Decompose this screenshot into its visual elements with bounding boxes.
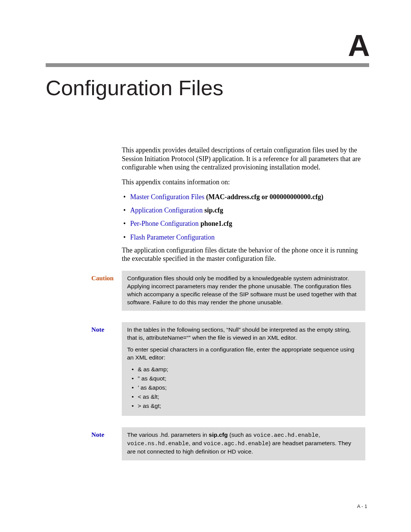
- page-number: A - 1: [357, 503, 367, 509]
- list-item: Flash Parameter Configuration: [130, 233, 365, 242]
- list-item: Application Configuration sip.cfg: [130, 206, 365, 215]
- callout-note-2: Note The various .hd. parameters in sip.…: [91, 427, 365, 460]
- body-column: This appendix provides detailed descript…: [122, 146, 365, 263]
- header-rule: [46, 63, 369, 67]
- note-body: The various .hd. parameters in sip.cfg (…: [122, 427, 365, 460]
- escape-item: < as &lt;: [138, 393, 360, 401]
- callout-note-1: Note In the tables in the following sect…: [91, 322, 365, 415]
- link-suffix: (MAC-address.cfg or 000000000000.cfg): [204, 193, 323, 201]
- link-suffix: sip.cfg: [202, 206, 223, 214]
- note2-mid3: , and: [189, 440, 204, 446]
- escape-item: ” as &quot;: [138, 375, 360, 383]
- note2-pre: The various .hd. parameters in: [127, 431, 209, 438]
- intro-paragraph: This appendix provides detailed descript…: [122, 146, 365, 172]
- note2-bold1: sip.cfg: [209, 431, 228, 438]
- escape-item: ’ as &apos;: [138, 384, 360, 392]
- callout-caution: Caution Configuration files should only …: [91, 271, 365, 311]
- caution-label: Caution: [91, 271, 122, 311]
- page: A Configuration Files This appendix prov…: [0, 0, 411, 532]
- note2-mid1: (such as: [228, 431, 253, 438]
- escape-list: & as &amp; ” as &quot; ’ as &apos; < as …: [127, 366, 360, 410]
- link-per-phone-config[interactable]: Per-Phone Configuration: [130, 220, 199, 227]
- link-suffix: phone1.cfg: [199, 220, 232, 227]
- note2-mono1: voice.aec.hd.enable: [253, 432, 319, 439]
- note2-mono3: voice.agc.hd.enable: [204, 441, 269, 447]
- note-label: Note: [91, 322, 122, 415]
- note-label: Note: [91, 427, 122, 460]
- escape-item: > as &gt;: [138, 402, 360, 410]
- caution-text: Configuration files should only be modif…: [127, 275, 360, 307]
- link-flash-param-config[interactable]: Flash Parameter Configuration: [130, 233, 215, 241]
- list-item: Master Configuration Files (MAC-address.…: [130, 192, 365, 202]
- link-master-config[interactable]: Master Configuration Files: [130, 193, 204, 201]
- note2-mono2: voice.ns.hd.enable: [127, 441, 189, 447]
- caution-body: Configuration files should only be modif…: [122, 271, 365, 311]
- post-list-paragraph: The application configuration files dict…: [122, 246, 365, 263]
- appendix-letter: A: [46, 30, 369, 61]
- intro-list-lead: This appendix contains information on:: [122, 178, 365, 187]
- note2-text: The various .hd. parameters in sip.cfg (…: [127, 431, 360, 456]
- page-title: Configuration Files: [46, 75, 369, 100]
- note2-mid2: ,: [319, 431, 320, 438]
- link-app-config[interactable]: Application Configuration: [130, 206, 202, 214]
- list-item: Per-Phone Configuration phone1.cfg: [130, 219, 365, 228]
- note-body: In the tables in the following sections,…: [122, 322, 365, 415]
- note1-p1: In the tables in the following sections,…: [127, 326, 360, 342]
- link-list: Master Configuration Files (MAC-address.…: [122, 192, 365, 242]
- note1-p2: To enter special characters in a configu…: [127, 346, 360, 362]
- escape-item: & as &amp;: [138, 366, 360, 374]
